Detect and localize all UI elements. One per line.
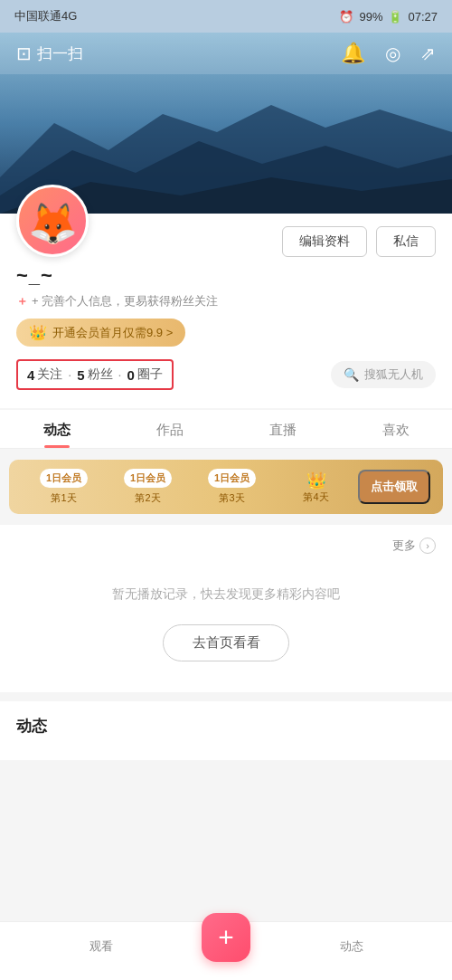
vip-badge-3: 1日会员 [208,469,256,488]
avatar[interactable]: 🦊 [16,185,89,257]
vip-day-2[interactable]: 1日会员 第2天 [106,469,190,505]
search-box[interactable]: 🔍 搜狐无人机 [331,361,436,388]
more-circle[interactable]: › [419,538,436,554]
search-icon: 🔍 [344,367,359,382]
vip-day-label-1: 第1天 [22,491,106,505]
goto-home-button[interactable]: 去首页看看 [163,624,289,661]
vip-claim-button[interactable]: 点击领取 [358,470,430,504]
bottom-nav: 观看 + 动态 [0,921,452,980]
camera-icon[interactable]: ◎ [385,43,400,64]
avatar-image: 🦊 [28,200,78,247]
time: 07:27 [408,10,438,24]
publish-label: 动态 [340,938,363,955]
empty-hint: 暂无播放记录，快去发现更多精彩内容吧 [16,568,436,624]
stats-box[interactable]: 4 关注 · 5 粉丝 · 0 圈子 [16,359,174,390]
status-bar: 中国联通4G ⏰ 99% 🔋 07:27 [0,0,452,33]
complete-info[interactable]: ＋ + 完善个人信息，更易获得粉丝关注 [16,293,436,309]
vip-day-label-2: 第2天 [106,491,190,505]
status-right: ⏰ 99% 🔋 07:27 [339,10,438,24]
circle-label: 圈子 [137,366,163,383]
add-icon: + [218,922,234,953]
battery-percent: 99% [359,10,382,24]
profile-buttons: 编辑资料 私信 [282,226,436,257]
bell-icon[interactable]: 🔔 [341,42,365,65]
circle-stat[interactable]: 0 圈子 [127,366,162,383]
circle-count: 0 [127,367,134,383]
vip-day-label-4: 第4天 [274,490,358,504]
username: ~_~ [16,264,436,288]
follow-count: 4 [27,367,34,383]
search-placeholder: 搜狐无人机 [364,366,423,383]
top-icons: 🔔 ◎ ⇗ [341,42,436,65]
vip-badge-1: 1日会员 [40,469,88,488]
alarm-icon: ⏰ [339,10,353,24]
carrier-signal: 中国联通4G [14,8,77,24]
dongtai-title: 动态 [16,716,436,737]
content-area: 更多 › 暂无播放记录，快去发现更多精彩内容吧 去首页看看 [0,525,452,692]
tab-zuopin-label: 作品 [156,422,184,437]
vip-strip: 1日会员 第1天 1日会员 第2天 1日会员 第3天 👑 第4天 点击领取 [9,460,443,514]
tab-zhibo[interactable]: 直播 [226,410,339,448]
vip-day-3[interactable]: 1日会员 第3天 [190,469,274,505]
top-nav: ⊡ 扫一扫 🔔 ◎ ⇗ [0,33,452,74]
tab-dongtai-label: 动态 [43,422,71,437]
follow-label: 关注 [37,366,62,383]
crown-icon: 👑 [29,324,47,341]
battery-icon: 🔋 [388,10,402,24]
tab-xihuan[interactable]: 喜欢 [339,410,452,448]
tab-xihuan-label: 喜欢 [382,422,410,437]
vip-day-4[interactable]: 👑 第4天 [274,471,358,504]
plus-icon: ＋ [16,293,28,309]
tab-zhibo-label: 直播 [269,422,297,437]
dot-1: · [68,367,71,382]
share-icon[interactable]: ⇗ [420,43,436,64]
fans-count: 5 [77,367,84,383]
vip-banner[interactable]: 👑 开通会员首月仅需9.9 > [16,319,185,347]
complete-info-text: + 完善个人信息，更易获得粉丝关注 [32,293,218,309]
stats-row: 4 关注 · 5 粉丝 · 0 圈子 🔍 搜狐无人机 [16,359,436,394]
tab-underline [44,445,70,448]
watch-label: 观看 [89,938,113,955]
nav-watch[interactable]: 观看 [0,938,202,955]
vip-day-1[interactable]: 1日会员 第1天 [22,469,106,505]
more-row[interactable]: 更多 › [16,538,436,554]
scan-label: 扫一扫 [37,43,83,64]
tabs-row: 动态 作品 直播 喜欢 [0,410,452,449]
more-label: 更多 [392,538,416,554]
add-button[interactable]: + [202,913,250,962]
scan-icon: ⊡ [16,43,32,64]
scan-button[interactable]: ⊡ 扫一扫 [16,43,83,64]
day4-crown-icon: 👑 [306,471,326,490]
vip-day-label-3: 第3天 [190,491,274,505]
vip-text: 开通会员首月仅需9.9 > [52,325,173,341]
follow-stat[interactable]: 4 关注 [27,366,62,383]
dot-2: · [118,367,122,382]
edit-profile-button[interactable]: 编辑资料 [282,226,367,257]
dongtai-section: 动态 [0,701,452,760]
fans-label: 粉丝 [88,366,113,383]
profile-section: 🦊 编辑资料 私信 ~_~ ＋ + 完善个人信息，更易获得粉丝关注 👑 开通会员… [0,214,452,408]
message-button[interactable]: 私信 [376,226,436,257]
tab-zuopin[interactable]: 作品 [113,410,226,448]
nav-publish[interactable]: 动态 [250,938,452,955]
profile-top: 🦊 编辑资料 私信 [16,214,436,257]
fans-stat[interactable]: 5 粉丝 [77,366,112,383]
vip-badge-2: 1日会员 [124,469,172,488]
tab-dongtai[interactable]: 动态 [0,410,113,448]
